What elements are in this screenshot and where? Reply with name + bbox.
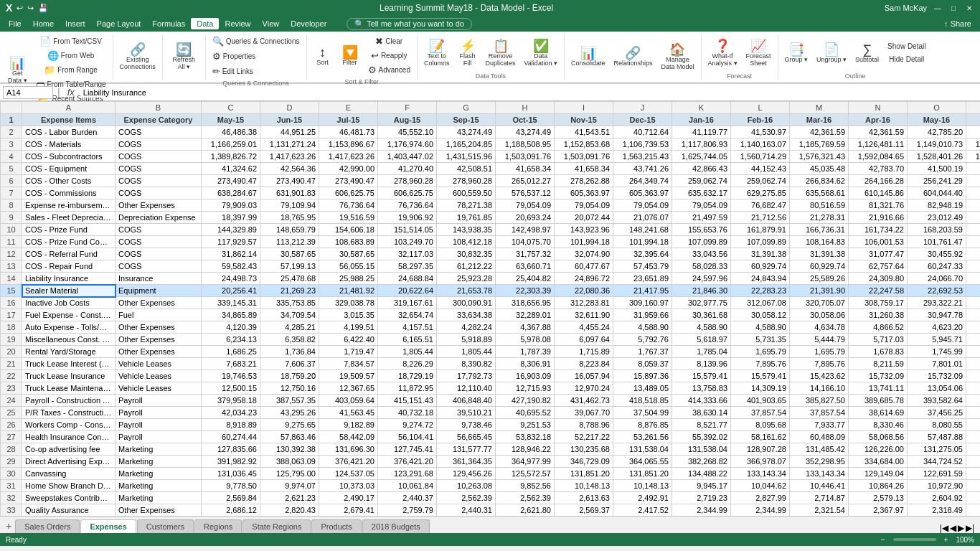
cell-r2c5[interactable]: 46,481.73	[319, 126, 378, 138]
cell-r8c11[interactable]: 79,054.09	[672, 199, 731, 212]
cell-r23c16[interactable]: 13,315.14	[966, 382, 981, 395]
cell-r29c15[interactable]: 344,724.52	[908, 456, 966, 468]
cell-r11c11[interactable]: 107,099.89	[672, 236, 731, 248]
cell-r18c9[interactable]: 4,455.24	[555, 321, 613, 334]
cell-r18c4[interactable]: 4,285.21	[260, 321, 319, 334]
cell-r17c10[interactable]: 31,959.66	[613, 309, 672, 321]
cell-r28c13[interactable]: 131,485.42	[790, 443, 849, 456]
cell-r2c2[interactable]: COGS	[116, 126, 202, 138]
cell-r7c8[interactable]: 576,537.12	[496, 187, 555, 199]
cell-r7c3[interactable]: 638,284.67	[202, 187, 260, 199]
ungroup-button[interactable]: 📄 Ungroup ▾	[813, 41, 850, 65]
cell-r24c16[interactable]: 405,390.12	[966, 395, 981, 407]
cell-r13c8[interactable]: 63,660.71	[496, 260, 555, 273]
cell-r25c15[interactable]: 37,456.25	[908, 407, 966, 419]
cell-r21c2[interactable]: Vehicle Leases	[116, 358, 202, 370]
col-header-I[interactable]: I	[555, 102, 613, 114]
cell-r15c9[interactable]: 22,080.36	[555, 285, 613, 297]
menu-search[interactable]: 🔍 Tell me what you want to do	[347, 18, 472, 30]
cell-r30c16[interactable]: 119,010.84	[966, 468, 981, 480]
cell-r32c4[interactable]: 2,621.23	[260, 492, 319, 504]
cell-r9c8[interactable]: 20,693.24	[496, 212, 555, 224]
cell-r33c1[interactable]: Quality Assurance	[22, 504, 116, 517]
cell-r19c15[interactable]: 5,945.71	[908, 334, 966, 346]
cell-r14c16[interactable]: 22,863.36	[966, 273, 981, 285]
formula-input[interactable]	[80, 88, 977, 98]
cell-r22c16[interactable]: 15,732.09	[966, 370, 981, 382]
cell-r3c9[interactable]: 1,152,853.68	[555, 138, 613, 151]
cell-r8c12[interactable]: 76,682.47	[731, 199, 790, 212]
cell-r19c7[interactable]: 5,918.89	[437, 334, 496, 346]
cell-r9c13[interactable]: 21,278.31	[790, 212, 849, 224]
cell-r26c13[interactable]: 7,933.77	[790, 419, 849, 431]
row-number-9[interactable]: 9	[1, 212, 22, 224]
cell-r32c13[interactable]: 2,714.87	[790, 492, 849, 504]
cell-r13c15[interactable]: 60,247.33	[908, 260, 966, 273]
cell-r4c15[interactable]: 1,528,401.26	[908, 151, 966, 163]
cell-r31c13[interactable]: 10,446.41	[790, 480, 849, 492]
cell-r2c13[interactable]: 42,361.59	[790, 126, 849, 138]
close-button[interactable]: ✕	[964, 3, 974, 13]
row-number-16[interactable]: 16	[1, 297, 22, 309]
cell-r16c13[interactable]: 320,705.07	[790, 297, 849, 309]
cell-r28c11[interactable]: 131,538.04	[672, 443, 731, 456]
cell-r29c13[interactable]: 352,298.95	[790, 456, 849, 468]
row-number-8[interactable]: 8	[1, 199, 22, 212]
data-validation-button[interactable]: ✅ DataValidation ▾	[521, 37, 561, 69]
cell-r6c11[interactable]: 259,062.74	[672, 175, 731, 187]
cell-r21c14[interactable]: 8,211.59	[849, 358, 908, 370]
cell-r9c3[interactable]: 18,397.99	[202, 212, 260, 224]
cell-r14c9[interactable]: 24,896.72	[555, 273, 613, 285]
cell-r30c10[interactable]: 131,851.20	[613, 468, 672, 480]
cell-r24c1[interactable]: Payroll - Construction Admin	[22, 395, 116, 407]
cell-r17c16[interactable]: 31,876.21	[966, 309, 981, 321]
col-header-O[interactable]: O	[908, 102, 966, 114]
cell-r23c15[interactable]: 13,054.06	[908, 382, 966, 395]
cell-r7c5[interactable]: 606,625.75	[319, 187, 378, 199]
cell-r25c13[interactable]: 37,857.54	[790, 407, 849, 419]
cell-r9c1[interactable]: Sales - Fleet Depreciation	[22, 212, 116, 224]
row-number-7[interactable]: 7	[1, 187, 22, 199]
cell-r27c4[interactable]: 57,863.46	[260, 431, 319, 443]
cell-r31c3[interactable]: 9,778.50	[202, 480, 260, 492]
group-button[interactable]: 📑 Group ▾	[781, 41, 812, 65]
cell-r4c9[interactable]: 1,503,091.76	[555, 151, 613, 163]
cell-r8c14[interactable]: 81,321.76	[849, 199, 908, 212]
cell-r14c12[interactable]: 24,843.94	[731, 273, 790, 285]
cell-r16c9[interactable]: 312,283.81	[555, 297, 613, 309]
cell-r19c11[interactable]: 5,618.97	[672, 334, 731, 346]
cell-r11c3[interactable]: 117,929.57	[202, 236, 260, 248]
cell-r17c13[interactable]: 30,058.06	[790, 309, 849, 321]
cell-r25c2[interactable]: Payroll	[116, 407, 202, 419]
cell-r28c10[interactable]: 131,538.04	[613, 443, 672, 456]
cell-r17c11[interactable]: 30,361.68	[672, 309, 731, 321]
cell-r17c2[interactable]: Fuel	[116, 309, 202, 321]
row-number-24[interactable]: 24	[1, 395, 22, 407]
cell-r22c2[interactable]: Vehicle Leases	[116, 370, 202, 382]
cell-r33c6[interactable]: 2,759.79	[378, 504, 437, 517]
cell-r14c3[interactable]: 24,498.73	[202, 273, 260, 285]
cell-r8c7[interactable]: 78,271.38	[437, 199, 496, 212]
cell-r17c4[interactable]: 34,709.54	[260, 309, 319, 321]
consolidate-button[interactable]: 📊 Consolidate	[567, 44, 609, 69]
cell-r30c13[interactable]: 133,143.34	[790, 468, 849, 480]
col-header-D[interactable]: D	[260, 102, 319, 114]
cell-r22c4[interactable]: 18,759.20	[260, 370, 319, 382]
cell-r3c5[interactable]: 1,153,896.67	[319, 138, 378, 151]
cell-r19c12[interactable]: 5,731.35	[731, 334, 790, 346]
queries-connections-button[interactable]: 🔍 Queries & Connections	[209, 34, 303, 48]
cell-r10c4[interactable]: 148,659.79	[260, 224, 319, 236]
cell-r29c2[interactable]: Marketing	[116, 456, 202, 468]
cell-r16c8[interactable]: 318,656.95	[496, 297, 555, 309]
cell-r5c7[interactable]: 42,508.51	[437, 163, 496, 175]
cell-r28c8[interactable]: 128,946.22	[496, 443, 555, 456]
cell-r19c8[interactable]: 5,978.08	[496, 334, 555, 346]
cell-r21c1[interactable]: Truck Lease Interest (ENT)	[22, 358, 116, 370]
cell-r7c13[interactable]: 635,568.61	[790, 187, 849, 199]
row-number-6[interactable]: 6	[1, 175, 22, 187]
row-number-19[interactable]: 19	[1, 334, 22, 346]
cell-r22c5[interactable]: 19,509.57	[319, 370, 378, 382]
cell-r3c11[interactable]: 1,117,806.93	[672, 138, 731, 151]
minimize-button[interactable]: —	[933, 3, 943, 13]
cell-r11c7[interactable]: 108,412.18	[437, 236, 496, 248]
